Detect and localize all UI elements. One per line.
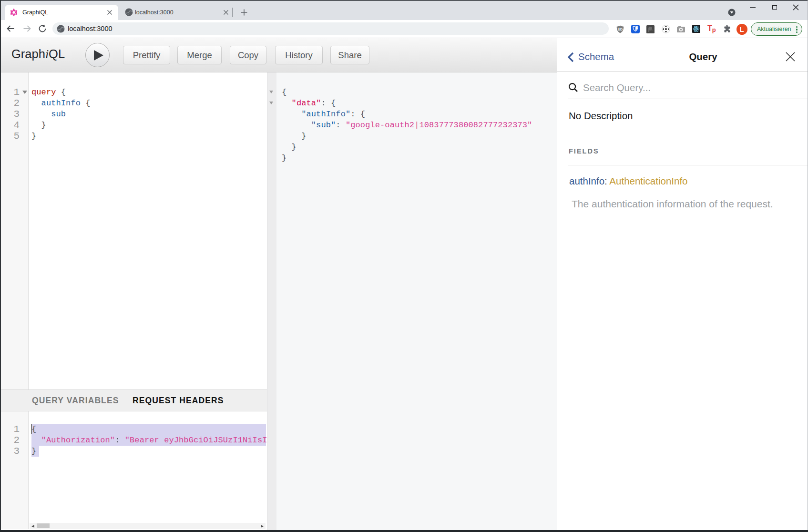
svg-text:UD: UD bbox=[618, 28, 623, 31]
